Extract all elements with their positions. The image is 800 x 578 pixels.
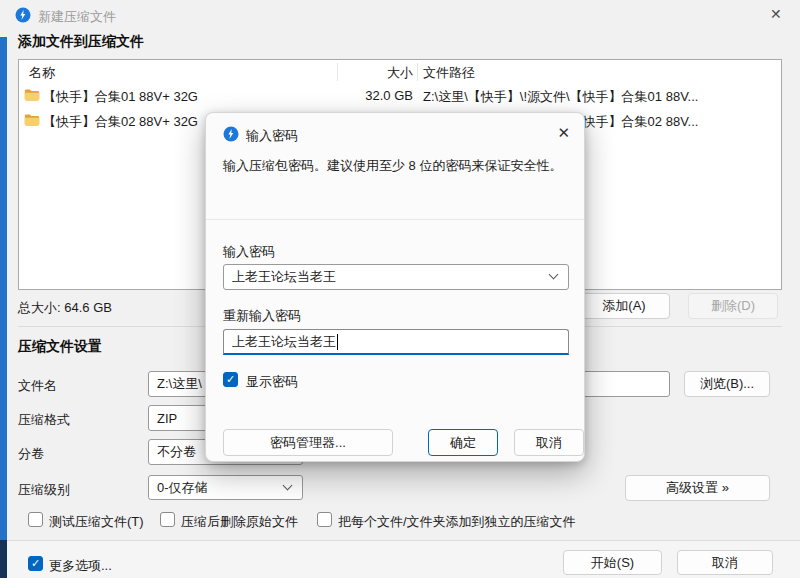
dialog-cancel-button[interactable]: 取消 bbox=[514, 429, 584, 456]
separate-archives-checkbox[interactable] bbox=[317, 512, 332, 527]
column-divider bbox=[337, 63, 338, 81]
file-name: 【快手】合集02 88V+ 32G bbox=[43, 113, 198, 131]
level-value: 0-仅存储 bbox=[157, 479, 208, 497]
separate-archives-label[interactable]: 把每个文件/文件夹添加到独立的压缩文件 bbox=[338, 513, 576, 531]
total-size-label: 总大小: 64.6 GB bbox=[18, 299, 112, 317]
show-password-label[interactable]: 显示密码 bbox=[246, 373, 298, 391]
delete-after-label[interactable]: 压缩后删除原始文件 bbox=[181, 513, 298, 531]
bolt-icon bbox=[223, 126, 239, 142]
new-archive-window: 新建压缩文件 ✕ 添加文件到压缩文件 名称 大小 文件路径 【快手】合集01 8… bbox=[0, 0, 800, 578]
column-name[interactable]: 名称 bbox=[29, 64, 55, 82]
column-path[interactable]: 文件路径 bbox=[423, 64, 475, 82]
app-icon bbox=[15, 7, 31, 26]
level-label: 压缩级别 bbox=[18, 481, 70, 499]
password-manager-button[interactable]: 密码管理器... bbox=[223, 429, 393, 456]
filename-label: 文件名 bbox=[18, 377, 57, 395]
delete-button: 删除(D) bbox=[688, 293, 778, 319]
window-close-icon[interactable]: ✕ bbox=[770, 6, 782, 22]
password-dialog: 输入密码 ✕ 输入压缩包密码。建议使用至少 8 位的密码来保证安全性。 输入密码… bbox=[205, 112, 585, 462]
dialog-close-icon[interactable]: ✕ bbox=[557, 124, 570, 142]
volume-value: 不分卷 bbox=[157, 443, 196, 461]
table-row[interactable]: 【快手】合集01 88V+ 32G 32.0 GB Z:\这里\【快手】\!源文… bbox=[19, 84, 781, 109]
chevron-down-icon bbox=[549, 270, 559, 280]
dialog-app-icon bbox=[223, 126, 239, 145]
show-password-checkbox[interactable]: ✓ bbox=[223, 372, 238, 387]
column-size[interactable]: 大小 bbox=[341, 64, 413, 82]
confirm-password-label: 重新输入密码 bbox=[223, 307, 301, 325]
dialog-description: 输入压缩包密码。建议使用至少 8 位的密码来保证安全性。 bbox=[223, 157, 562, 175]
background-window-edge bbox=[0, 37, 7, 540]
test-archive-checkbox[interactable] bbox=[28, 512, 43, 527]
format-value: ZIP bbox=[157, 411, 177, 426]
filename-value: Z:\这里\ bbox=[157, 375, 202, 393]
file-name: 【快手】合集01 88V+ 32G bbox=[43, 88, 198, 106]
level-select[interactable]: 0-仅存储 bbox=[148, 475, 303, 500]
test-archive-label[interactable]: 测试压缩文件(T) bbox=[49, 513, 144, 531]
bolt-icon bbox=[15, 7, 31, 23]
column-divider bbox=[417, 63, 418, 81]
start-button[interactable]: 开始(S) bbox=[563, 550, 662, 575]
dialog-title: 输入密码 bbox=[246, 127, 298, 145]
volume-label: 分卷 bbox=[18, 445, 44, 463]
password-value: 上老王论坛当老王 bbox=[232, 268, 336, 286]
section-add-title: 添加文件到压缩文件 bbox=[18, 33, 144, 51]
cancel-button[interactable]: 取消 bbox=[677, 550, 773, 575]
format-label: 压缩格式 bbox=[18, 411, 70, 429]
ok-button[interactable]: 确定 bbox=[428, 429, 498, 456]
dialog-divider bbox=[206, 219, 584, 220]
browse-button[interactable]: 浏览(B)... bbox=[684, 371, 770, 397]
delete-after-checkbox[interactable] bbox=[160, 512, 175, 527]
background-window-edge-dark bbox=[0, 540, 7, 578]
chevron-down-icon bbox=[283, 480, 293, 490]
password-label: 输入密码 bbox=[223, 243, 275, 261]
confirm-password-input[interactable]: 上老王论坛当老王 bbox=[223, 329, 569, 355]
window-title: 新建压缩文件 bbox=[38, 8, 116, 26]
text-caret bbox=[337, 334, 338, 350]
advanced-settings-button[interactable]: 高级设置 » bbox=[625, 475, 770, 501]
more-options-checkbox[interactable]: ✓ bbox=[28, 556, 43, 571]
add-button[interactable]: 添加(A) bbox=[578, 293, 670, 319]
confirm-password-value: 上老王论坛当老王 bbox=[232, 333, 336, 351]
file-list-header: 名称 大小 文件路径 bbox=[19, 60, 781, 84]
password-combobox[interactable]: 上老王论坛当老王 bbox=[223, 264, 569, 290]
file-path: Z:\这里\【快手】\!源文件\【快手】合集01 88V... bbox=[423, 88, 698, 106]
more-options-label[interactable]: 更多选项... bbox=[49, 557, 112, 575]
folder-icon bbox=[24, 88, 40, 105]
section-settings-title: 压缩文件设置 bbox=[18, 338, 102, 356]
file-size: 32.0 GB bbox=[341, 88, 413, 103]
folder-icon bbox=[24, 113, 40, 130]
